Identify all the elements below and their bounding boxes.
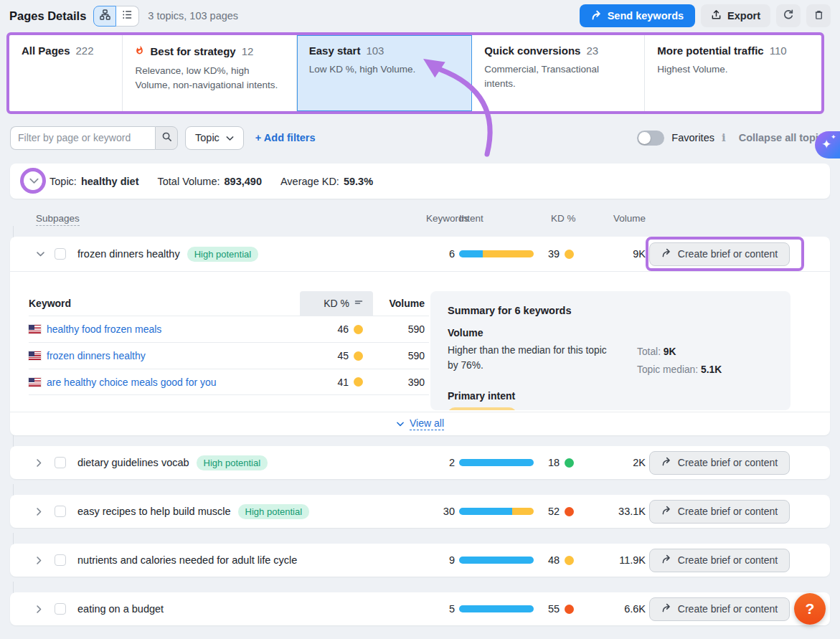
average-kd-label: Average KD: [280,176,339,187]
keywords-count: 30 [426,506,455,517]
search-group [10,126,178,150]
pages-details-screen: Pages Details 3 topics, 103 pages Send k… [0,0,840,639]
info-icon[interactable]: i [722,131,726,144]
topic-dropdown[interactable]: Topic [185,126,244,150]
tab-best-for-strategy[interactable]: Best for strategy12 Relevance, low KD%, … [123,35,296,111]
tab-easy-start[interactable]: Easy start103 Low KD %, high Volume. [297,35,473,111]
us-flag-icon [29,378,41,387]
keyword-table-header: Keyword KD % Volume [29,291,429,316]
column-intent: Intent [455,213,547,224]
kd-column-header[interactable]: KD % [300,291,373,316]
subpage-row-eating-on-a-budget: eating on a budget 5 55 6.6K Create brie… [10,592,830,625]
send-arrow-icon [661,457,671,468]
kd-value: 18 [548,457,560,468]
tab-all-pages[interactable]: All Pages222 [9,35,123,111]
row-collapsed-chevron-icon[interactable] [36,605,55,614]
flame-icon [135,44,144,58]
create-brief-button[interactable]: Create brief or content [649,500,790,524]
tree-view-button[interactable] [93,6,116,27]
volume-value: 390 [373,377,429,388]
us-flag-icon [29,325,41,333]
add-filters-link[interactable]: + Add filters [255,132,316,143]
row-checkbox[interactable] [55,603,66,615]
subpage-title: eating on a budget [77,603,164,615]
tab-count: 23 [586,44,598,57]
help-button[interactable]: ? [794,593,826,625]
tab-quick-conversions[interactable]: Quick conversions23 Commercial, Transact… [472,35,645,111]
topic-collapse-chevron-icon[interactable] [29,177,39,185]
subpage-title: nutrients and calories needed for adult … [77,554,297,566]
volume-value: 590 [373,323,429,335]
summary-intent-title: Primary intent [448,390,773,402]
refresh-button[interactable] [776,4,801,27]
column-keywords: Keywords [426,213,455,224]
ai-assistant-button[interactable]: ✦ ✦ [815,131,840,158]
median-label: Topic median: [637,364,698,375]
subpage-row-nutrients-calories-life-cycle: nutrients and calories needed for adult … [10,544,830,577]
volume-column-header: Volume [373,298,429,309]
row-collapsed-chevron-icon[interactable] [36,458,55,468]
row-checkbox[interactable] [55,506,66,517]
create-brief-button[interactable]: Create brief or content [649,549,790,572]
topic-header: Topic:healthy diet Total Volume:893,490 … [10,164,830,199]
kd-dot [354,325,363,334]
send-arrow-icon [591,10,602,22]
view-all-link[interactable]: View all [10,412,830,435]
create-brief-button[interactable]: Create brief or content [649,451,790,475]
kd-dot [565,250,574,259]
column-volume: Volume [591,213,646,224]
search-input[interactable] [10,126,155,150]
subpage-row-frozen-dinners-healthy: frozen dinners healthyHigh potential 6 3… [10,237,830,435]
filter-bar: Topic + Add filters Favorites i Collapse… [10,126,830,150]
keyword-link[interactable]: healthy food frozen meals [47,323,161,335]
list-view-button[interactable] [116,6,139,27]
total-value: 9K [664,346,676,357]
kd-dot [354,351,363,361]
kd-value: 39 [548,248,560,260]
sitemap-icon [100,9,110,23]
list-icon [122,9,133,23]
topic-label: Topic: [49,176,77,187]
kd-dot [354,377,363,387]
volume-value: 9K [591,248,646,260]
summary-volume-title: Volume [448,327,773,339]
refresh-icon [783,9,794,23]
tab-more-potential-traffic[interactable]: More potential traffic110 Highest Volume… [645,35,821,111]
tab-count: 103 [366,44,384,57]
send-keywords-button[interactable]: Send keywords [580,4,695,27]
keyword-link[interactable]: are healthy choice meals good for you [47,377,217,388]
trash-button[interactable] [806,4,831,27]
send-arrow-icon [661,603,671,615]
search-button[interactable] [155,126,178,150]
keyword-row: healthy food frozen meals 46 590 [29,316,429,342]
tab-description: Low KD %, high Volume. [309,62,460,77]
send-arrow-icon [661,506,671,517]
volume-value: 33.1K [591,506,646,517]
volume-value: 11.9K [591,554,646,566]
create-brief-button[interactable]: Create brief or content [649,597,790,621]
keyword-row: are healthy choice meals good for you 41… [29,369,429,395]
kd-dot [565,458,574,468]
topics-pages-count: 3 topics, 103 pages [148,10,238,22]
create-brief-button[interactable]: Create brief or content [649,242,790,266]
subpage-row-dietary-guidelines-vocab: dietary guidelines vocabHigh potential 2… [10,446,830,479]
keyword-link[interactable]: frozen dinners healthy [47,350,146,361]
subpage-row-easy-recipes-build-muscle: easy recipes to help build muscleHigh po… [10,495,830,528]
tab-count: 110 [770,44,787,57]
subpage-title: frozen dinners healthy [77,248,180,260]
row-expand-chevron-icon[interactable] [36,251,55,257]
sort-descending-icon [354,298,363,309]
tab-description: Commercial, Transactional intents. [484,62,632,90]
top-bar-actions: Send keywords Export [580,4,831,27]
favorites-toggle[interactable] [637,131,664,146]
row-collapsed-chevron-icon[interactable] [36,556,55,565]
row-collapsed-chevron-icon[interactable] [36,507,55,516]
row-checkbox[interactable] [55,248,66,260]
keywords-summary-panel: Summary for 6 keywords Volume Higher tha… [430,291,791,410]
row-checkbox[interactable] [55,457,66,468]
row-checkbox[interactable] [55,554,66,566]
column-subpages: Subpages [36,213,426,224]
export-button[interactable]: Export [701,4,770,27]
summary-title: Summary for 6 keywords [448,305,773,316]
tab-description: Relevance, low KD%, high Volume, non-nav… [135,64,283,92]
